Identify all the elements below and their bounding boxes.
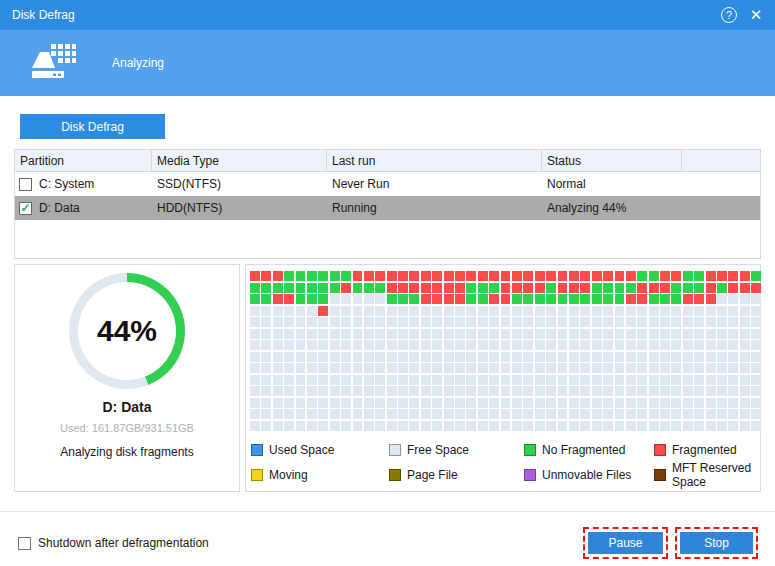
map-cell [330,329,340,339]
fragmentation-map [250,271,761,431]
map-cell [409,421,419,431]
map-cell [569,398,579,408]
column-header-status[interactable]: Status [542,150,682,171]
map-cell [375,409,385,419]
map-cell [375,317,385,327]
map-cell [660,294,670,304]
map-cell [706,352,716,362]
map-cell [421,271,431,281]
map-cell [660,271,670,281]
map-cell [478,271,488,281]
used-space-label: Used: 161.87GB/931.51GB [15,422,239,434]
map-cell [626,398,636,408]
map-cell [637,352,647,362]
map-cell [512,340,522,350]
map-cell [364,306,374,316]
shutdown-option[interactable]: Shutdown after defragmentation [18,536,209,550]
legend-label: Used Space [269,443,334,457]
map-cell [466,363,476,373]
partition-checkbox-d[interactable]: ✓ [19,202,32,215]
map-cell [353,421,363,431]
table-row[interactable]: C: System SSD(NTFS) Never Run Normal [15,172,760,196]
map-cell [478,340,488,350]
map-cell [478,421,488,431]
stop-button[interactable]: Stop [680,532,753,554]
pause-button[interactable]: Pause [588,532,663,554]
map-cell [592,421,602,431]
map-cell [603,352,613,362]
map-cell [318,306,328,316]
map-cell [375,271,385,281]
map-cell [489,317,499,327]
map-cell [284,294,294,304]
map-cell [398,409,408,419]
legend-row: MovingPage FileUnmovable FilesMFT Reserv… [251,467,757,483]
map-cell [615,340,625,350]
map-cell [603,329,613,339]
map-cell [398,363,408,373]
map-cell [535,329,545,339]
map-cell [455,271,465,281]
map-cell [273,421,283,431]
map-cell [717,363,727,373]
map-cell [683,398,693,408]
map-cell [751,363,761,373]
map-cell [751,317,761,327]
column-header-last-run[interactable]: Last run [327,150,542,171]
map-cell [626,283,636,293]
column-header-media-type[interactable]: Media Type [152,150,327,171]
map-cell [558,294,568,304]
map-cell [671,386,681,396]
map-cell [341,306,351,316]
map-cell [501,352,511,362]
map-cell [615,352,625,362]
table-row-selected[interactable]: ✓ D: Data HDD(NTFS) Running Analyzing 44… [15,196,760,220]
map-cell [569,375,579,385]
shutdown-checkbox[interactable] [18,537,31,550]
map-cell [580,294,590,304]
map-cell [637,294,647,304]
map-cell [444,306,454,316]
map-cell [409,363,419,373]
map-cell [307,352,317,362]
map-cell [489,340,499,350]
tab-disk-defrag[interactable]: Disk Defrag [20,114,165,139]
help-icon[interactable]: ? [721,7,737,23]
map-cell [637,409,647,419]
partition-checkbox-c[interactable] [19,178,32,191]
map-cell [626,409,636,419]
map-cell [717,271,727,281]
map-cell [523,271,533,281]
map-cell [717,340,727,350]
map-cell [398,329,408,339]
map-cell [546,317,556,327]
map-cell [330,363,340,373]
column-header-partition[interactable]: Partition [15,150,152,171]
map-cell [660,386,670,396]
map-cell [387,306,397,316]
map-cell [398,294,408,304]
map-cell [432,398,442,408]
map-cell [683,340,693,350]
map-cell [455,283,465,293]
map-cell [307,363,317,373]
map-cell [706,294,716,304]
map-cell [649,306,659,316]
last-run-value: Never Run [327,172,542,196]
map-cell [489,352,499,362]
header-band: Analyzing [0,30,775,96]
map-cell [592,386,602,396]
map-cell [432,329,442,339]
map-cell [523,375,533,385]
map-cell [501,317,511,327]
map-cell [455,329,465,339]
map-cell [706,409,716,419]
map-cell [330,317,340,327]
map-cell [592,317,602,327]
map-cell [353,375,363,385]
map-cell [364,352,374,362]
map-cell [751,306,761,316]
map-cell [717,294,727,304]
map-cell [318,421,328,431]
close-icon[interactable]: ✕ [747,6,765,24]
